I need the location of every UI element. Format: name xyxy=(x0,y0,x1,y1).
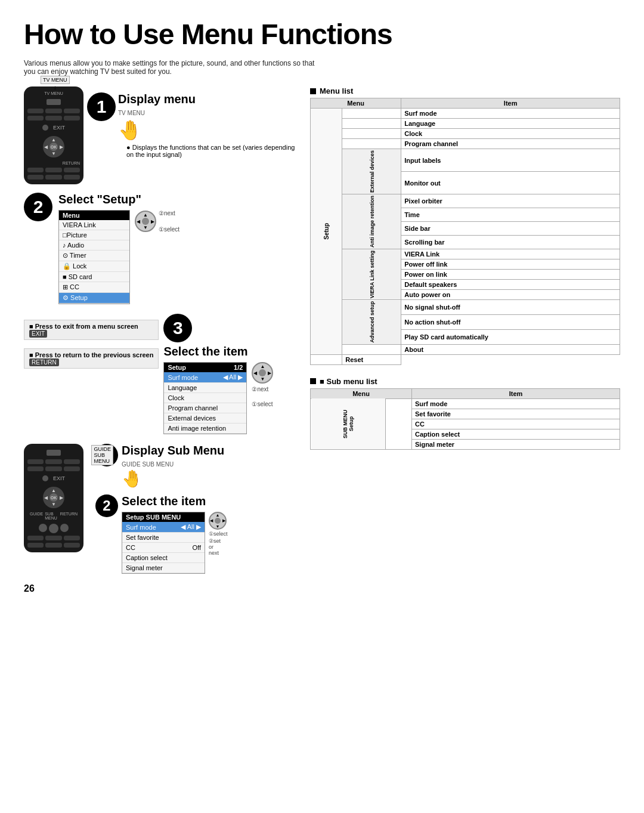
step-3-circle: 3 xyxy=(163,314,192,342)
anti-image-section: Anti image retention xyxy=(342,194,401,249)
about-row: About xyxy=(401,344,620,354)
power-on-link-row: Power on link xyxy=(401,270,620,280)
program-channel-item: Program channel xyxy=(164,403,246,413)
sub-caption-select: Caption select xyxy=(122,553,205,563)
setup-section-label: Setup xyxy=(311,109,342,355)
hand-icon-2: 🤚 xyxy=(122,469,224,489)
table-row: Advanced setup No signal shut-off xyxy=(311,300,620,315)
play-sd-row: Play SD card automatically xyxy=(401,329,620,344)
menu-col-header: Menu xyxy=(311,98,401,109)
viera-link-row: VIERA Link xyxy=(401,249,620,259)
display-sub-menu-title: Display Sub Menu xyxy=(122,444,224,457)
program-channel-row: Program channel xyxy=(401,139,620,149)
side-bar-row: Side bar xyxy=(401,222,620,236)
surf-mode-item: Surf mode ◀ All ▶ xyxy=(164,372,246,383)
menu-list-title: Menu list xyxy=(320,86,353,95)
language-row: Language xyxy=(401,119,620,129)
sub-set-favorite-row: Set favorite xyxy=(412,409,620,419)
empty-section4 xyxy=(342,139,401,149)
sub-surf-mode: Surf mode ◀ All ▶ xyxy=(122,522,205,533)
menu-item-sdcard: ■ SD card xyxy=(59,272,129,282)
select-item-title: Select the item xyxy=(163,345,273,358)
table-row: Clock xyxy=(311,129,620,139)
display-menu-section: TV MENU EXIT xyxy=(24,86,298,184)
external-devices-item: External devices xyxy=(164,413,246,423)
menu-item-lock: 🔒 Lock xyxy=(59,261,129,272)
clock-item: Clock xyxy=(164,393,246,403)
input-labels-row: Input labels xyxy=(401,149,620,172)
press-exit-box: ■ Press to exit from a menu screen EXIT xyxy=(24,320,159,340)
sub-setup-label: SUB MENUSetup xyxy=(311,398,386,449)
press-return-box: ■ Press to return to the previous screen… xyxy=(24,348,159,369)
setup-page-label: 1/2 xyxy=(234,364,243,371)
setup-item-menu-box: Setup 1/2 Surf mode ◀ All ▶ Language Clo… xyxy=(163,362,247,434)
sub-menu-list-area: ■ Sub menu list Menu Item SUB MENUSetup xyxy=(310,377,620,450)
set-annotation: ②setornext xyxy=(209,538,221,556)
auto-power-on-row: Auto power on xyxy=(401,290,620,300)
empty-section3 xyxy=(342,129,401,139)
sub-menu-list-heading: ■ Sub menu list xyxy=(310,377,620,386)
table-row: Anti image retention Pixel orbiter xyxy=(311,194,620,208)
left-column: TV MENU EXIT xyxy=(24,86,298,594)
advanced-setup-section: Advanced setup xyxy=(342,300,401,345)
menu-box-header: Menu xyxy=(59,211,129,220)
sub-menu-col-header: Menu xyxy=(311,388,412,398)
empty-section xyxy=(342,109,401,119)
step-2b-circle: 2 xyxy=(95,494,118,517)
select-item-section: ■ Press to exit from a menu screen EXIT … xyxy=(24,314,298,434)
black-square-icon-2 xyxy=(310,378,316,384)
select-annotation: ①select xyxy=(209,531,228,537)
reset-section-label xyxy=(311,354,342,364)
power-off-link-row: Power off link xyxy=(401,259,620,270)
sub-menu-box: Setup SUB MENU Surf mode ◀ All ▶ Set fav… xyxy=(122,512,205,574)
step-1-circle: 1 xyxy=(87,92,116,121)
nav-annotations-2: ②next ①select xyxy=(252,386,273,407)
page-container: How to Use Menu Functions Various menus … xyxy=(0,0,644,612)
setup-header-label: Setup xyxy=(168,364,186,371)
table-row: SUB MENUSetup Surf mode xyxy=(311,398,620,409)
viera-link-section: VIERA Link setting xyxy=(342,249,401,300)
black-square-icon xyxy=(310,88,316,94)
item-col-header: Item xyxy=(401,98,620,109)
right-column: Menu list Menu Item Setup Surf mode xyxy=(310,86,620,594)
no-action-row: No action shut-off xyxy=(401,315,620,330)
press-return-title: ■ Press to return to the previous screen xyxy=(29,351,153,358)
sub-menu-list-table: Menu Item SUB MENUSetup Surf mode Set fa… xyxy=(310,388,620,450)
sub-set-favorite: Set favorite xyxy=(122,533,205,543)
about-section-empty xyxy=(342,344,401,354)
intro-text: Various menus allow you to make settings… xyxy=(24,59,322,76)
menu-item-setup: ⚙ Setup xyxy=(59,293,129,304)
default-speakers-row: Default speakers xyxy=(401,280,620,290)
pixel-orbiter-row: Pixel orbiter xyxy=(401,194,620,208)
menu-item-timer: ⊙ Timer xyxy=(59,251,129,261)
table-row: VIERA Link setting VIERA Link xyxy=(311,249,620,259)
sub-setup-menu-empty xyxy=(385,398,412,449)
time-row: Time xyxy=(401,208,620,222)
surf-mode-row: Surf mode xyxy=(401,109,620,119)
table-row: Language xyxy=(311,119,620,129)
sub-signal-meter-row: Signal meter xyxy=(412,439,620,449)
menu-item-viera: VIERA Link xyxy=(59,220,129,230)
page-title: How to Use Menu Functions xyxy=(24,18,620,51)
table-row: About xyxy=(311,344,620,354)
table-row: Setup Surf mode xyxy=(311,109,620,119)
clock-row: Clock xyxy=(401,129,620,139)
display-menu-bullet: Displays the functions that can be set (… xyxy=(126,144,298,158)
empty-section2 xyxy=(342,119,401,129)
page-number: 26 xyxy=(24,583,298,594)
sub-menu-label: GUIDE SUB MENU xyxy=(122,461,224,468)
sub-item-col-header: Item xyxy=(412,388,620,398)
step-2-circle: 2 xyxy=(24,193,52,221)
no-signal-row: No signal shut-off xyxy=(401,300,620,315)
monitor-out-row: Monitor out xyxy=(401,172,620,194)
menu-item-picture: □Picture xyxy=(59,230,129,240)
remote-control-top: TV MENU EXIT xyxy=(24,86,83,184)
sub-surf-mode-row: Surf mode xyxy=(412,398,620,409)
sub-caption-select-row: Caption select xyxy=(412,429,620,439)
menu-list-table: Menu Item Setup Surf mode Language xyxy=(310,98,620,365)
return-label: RETURN xyxy=(29,358,59,366)
sub-cc: CC Off xyxy=(122,543,205,553)
nav-annotations: ②next ①select xyxy=(159,210,179,233)
setup-menu-box: Menu VIERA Link □Picture ♪ Audio ⊙ Timer… xyxy=(58,210,130,304)
menu-item-audio: ♪ Audio xyxy=(59,240,129,251)
